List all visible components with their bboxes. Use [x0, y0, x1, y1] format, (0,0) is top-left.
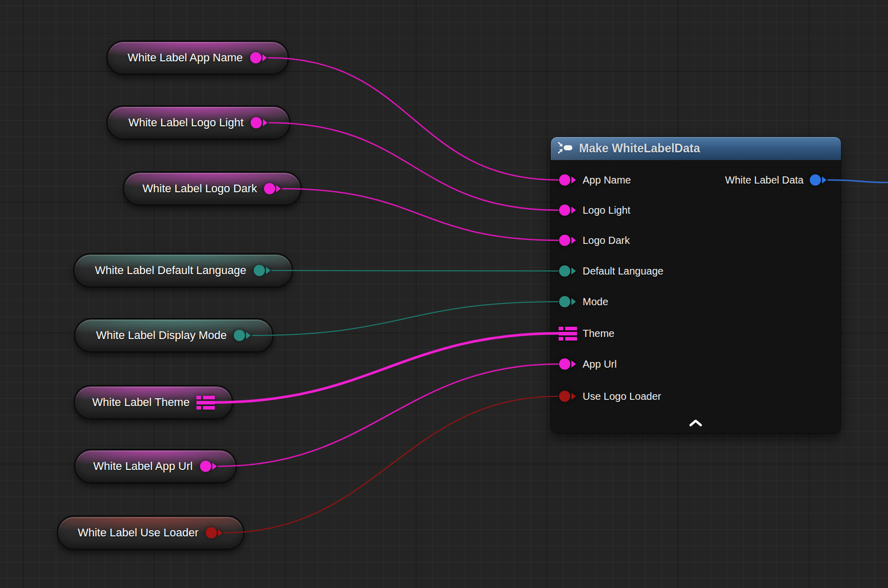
blueprint-graph-canvas[interactable]: White Label App Name White Label Logo Li… [0, 0, 888, 588]
getter-output-pin[interactable] [199, 460, 218, 473]
input-pin-label: Logo Dark [583, 235, 630, 246]
make-node-title: Make WhiteLabelData [579, 142, 700, 155]
wire-app-url-to-app-url[interactable] [218, 364, 558, 466]
input-row-logo-light: Logo Light [551, 197, 630, 223]
input-row-mode: Mode [551, 289, 608, 314]
getter-node-theme[interactable]: White Label Theme [74, 385, 233, 420]
wire-use-loader-to-use-logo-loader[interactable] [224, 396, 558, 533]
output-row-white-label-data: White Label Data [725, 167, 828, 193]
getter-output-pin[interactable] [205, 526, 224, 539]
input-pin-label: Use Logo Loader [583, 391, 661, 402]
input-pin-label: App Url [583, 358, 617, 370]
getter-node-logo-light[interactable]: White Label Logo Light [106, 105, 291, 140]
input-pin-label: Default Language [583, 265, 663, 277]
wire-logo-dark-to-logo-dark[interactable] [282, 189, 558, 240]
collapse-chevron-icon[interactable] [688, 419, 703, 427]
input-row-default-language: Default Language [551, 258, 663, 284]
input-pin[interactable] [559, 173, 577, 187]
wire-logo-light-to-logo-light[interactable] [269, 123, 558, 210]
input-row-logo-dark: Logo Dark [551, 228, 630, 253]
getter-node-label: White Label Theme [92, 396, 189, 409]
getter-node-logo-dark[interactable]: White Label Logo Dark [123, 171, 302, 206]
input-pin[interactable] [559, 203, 577, 217]
input-row-app-url: App Url [551, 351, 617, 377]
make-whitelabeldata-node[interactable]: Make WhiteLabelData App Name Logo Light … [551, 137, 841, 433]
input-row-theme: Theme [551, 321, 614, 346]
getter-node-label: White Label Use Loader [78, 526, 198, 539]
getter-output-pin[interactable] [233, 329, 252, 342]
input-pin[interactable] [559, 234, 577, 247]
input-pin[interactable] [559, 327, 577, 341]
getter-output-pin[interactable] [250, 51, 268, 64]
input-pin-label: Theme [583, 328, 614, 340]
getter-node-app-name[interactable]: White Label App Name [106, 40, 289, 75]
getter-output-pin[interactable] [263, 182, 282, 195]
getter-node-display-mode[interactable]: White Label Display Mode [74, 318, 274, 353]
input-pin[interactable] [559, 390, 577, 403]
input-pin[interactable] [559, 264, 577, 278]
input-pin-label: Logo Light [583, 205, 630, 216]
input-pin[interactable] [559, 357, 577, 371]
getter-node-default-language[interactable]: White Label Default Language [73, 253, 293, 288]
getter-output-pin[interactable] [250, 116, 269, 129]
input-pin-label: App Name [583, 174, 631, 186]
getter-node-use-loader[interactable]: White Label Use Loader [57, 515, 245, 550]
input-row-app-name: App Name [551, 167, 631, 193]
wire-display-mode-to-mode[interactable] [252, 302, 558, 335]
make-struct-icon [558, 142, 573, 156]
getter-node-label: White Label App Url [93, 460, 192, 473]
getter-node-label: White Label Logo Dark [143, 182, 257, 195]
output-pin-label: White Label Data [725, 174, 804, 186]
wire-app-name-to-app-name[interactable] [269, 58, 558, 180]
wire-default-language-to-default-language[interactable] [272, 270, 559, 271]
input-pin[interactable] [559, 295, 577, 308]
input-pin-label: Mode [583, 296, 608, 308]
getter-node-label: White Label Display Mode [96, 329, 227, 342]
output-pin[interactable] [809, 173, 828, 187]
getter-node-label: White Label Logo Light [128, 116, 243, 129]
make-node-header[interactable]: Make WhiteLabelData [551, 137, 841, 160]
getter-node-app-url[interactable]: White Label App Url [74, 449, 237, 484]
input-row-use-logo-loader: Use Logo Loader [551, 383, 661, 409]
getter-node-label: White Label Default Language [95, 264, 247, 277]
getter-output-pin[interactable] [253, 264, 272, 277]
getter-output-pin[interactable] [196, 396, 215, 410]
getter-node-label: White Label App Name [127, 51, 242, 64]
